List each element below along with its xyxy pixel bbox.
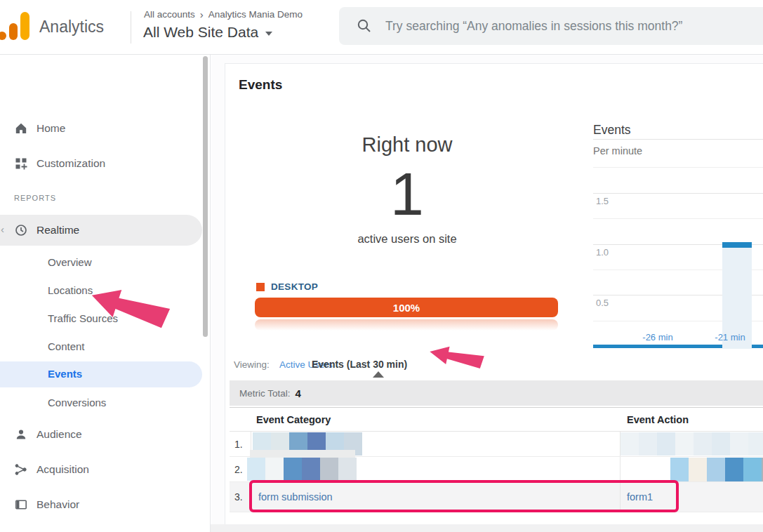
x-axis-tick: -21 min (708, 332, 752, 343)
search-bar[interactable] (339, 7, 763, 45)
active-tab-pointer-icon (373, 371, 384, 378)
sidebar-item-content[interactable]: Content (48, 340, 85, 352)
device-percent: 100% (393, 302, 420, 314)
event-action-link[interactable]: form1 (627, 482, 653, 512)
redacted-pixelated-data (621, 432, 763, 455)
redacted-pixelated-data (247, 458, 357, 481)
google-analytics-logo-icon (0, 10, 32, 42)
active-users-count: 1 (239, 162, 576, 225)
column-header-event-action[interactable]: Event Action (627, 414, 689, 425)
right-now-widget: Right now 1 active users on site (239, 133, 576, 246)
tab-events-last-30-min[interactable]: Events (Last 30 min) (312, 359, 407, 370)
sidebar-item-realtime[interactable]: Realtime (0, 217, 211, 244)
sidebar-item-conversions-realtime[interactable]: Conversions (48, 397, 106, 408)
chart-title: Events (593, 123, 631, 138)
device-label: DESKTOP (271, 281, 318, 292)
metric-total-bar: Metric Total: 4 (230, 380, 763, 406)
sidebar-item-events[interactable]: Events (48, 368, 82, 380)
table-row: 3. form submission form1 (230, 482, 763, 512)
minute-bar-value-cap (722, 242, 752, 248)
view-selector-label: All Web Site Data (143, 24, 258, 41)
sidebar-item-label: Audience (37, 428, 82, 441)
sidebar-item-label: Customization (37, 157, 105, 170)
metric-total-label: Metric Total: (239, 388, 291, 399)
bar-reflection (255, 319, 558, 331)
row-number: 3. (230, 482, 251, 512)
sidebar-item-overview[interactable]: Overview (48, 256, 92, 268)
chart-subtitle: Per minute (593, 145, 642, 157)
sidebar-item-conversions[interactable]: Conversions (0, 526, 211, 532)
search-icon (356, 18, 373, 34)
column-divider (620, 482, 621, 512)
gridline (593, 218, 763, 219)
breadcrumb-property[interactable]: Analytics Mania Demo (208, 9, 303, 20)
sidebar-nav: Home Customization REPORTS ‹ Realtime Ov… (0, 55, 211, 532)
behavior-icon (14, 498, 28, 512)
home-icon (14, 121, 28, 135)
sidebar-item-label: Behavior (37, 498, 79, 511)
sidebar-item-audience[interactable]: Audience (0, 421, 211, 448)
y-axis-tick: 1.0 (596, 247, 609, 258)
breadcrumb-account-level[interactable]: All accounts (144, 9, 195, 20)
sidebar-item-traffic-sources[interactable]: Traffic Sources (48, 312, 118, 324)
viewing-label: Viewing: (234, 359, 270, 370)
desktop-legend-swatch-icon (256, 283, 265, 291)
sidebar-item-label: Realtime (37, 224, 79, 237)
brand-title: Analytics (39, 18, 104, 36)
sidebar-item-customization[interactable]: Customization (0, 150, 211, 177)
chart-title-rule (593, 139, 763, 140)
gridline (593, 193, 763, 194)
page-title: Events (239, 77, 282, 93)
event-category-link[interactable]: form submission (258, 482, 333, 512)
acquisition-icon (14, 463, 28, 477)
breadcrumb-chevron-icon (200, 8, 204, 20)
gridline (593, 167, 763, 168)
row-number: 1. (230, 432, 251, 456)
customization-icon (14, 157, 28, 171)
sidebar-item-label: Acquisition (37, 463, 89, 476)
sidebar-item-acquisition[interactable]: Acquisition (0, 456, 211, 483)
sidebar-item-label: Home (37, 122, 65, 135)
table-header-row: Event Category Event Action (230, 407, 763, 432)
right-now-heading: Right now (239, 133, 576, 157)
breadcrumb: All accounts Analytics Mania Demo (144, 8, 303, 20)
header-divider (131, 11, 131, 44)
desktop-perc分t-bar: 100% (255, 298, 558, 317)
column-header-event-category[interactable]: Event Category (256, 414, 331, 425)
y-axis-tick: 0.5 (596, 298, 609, 308)
footer-band (211, 524, 763, 532)
sidebar-item-events-highlight (0, 361, 202, 387)
chevron-down-icon (265, 32, 272, 36)
sidebar-scrollbar[interactable] (203, 56, 208, 337)
sidebar-item-home[interactable]: Home (0, 115, 211, 142)
y-axis-tick: 1.5 (596, 196, 609, 206)
column-divider (620, 457, 621, 481)
clock-icon (14, 223, 28, 237)
device-legend: DESKTOP (256, 281, 318, 292)
active-users-caption: active users on site (239, 232, 576, 246)
sidebar-item-behavior[interactable]: Behavior (0, 491, 211, 518)
x-axis-tick: -26 min (636, 332, 679, 343)
search-input[interactable] (385, 19, 750, 34)
metric-total-value: 4 (296, 387, 301, 399)
redacted-pixelated-data (670, 458, 763, 481)
app-header: Analytics All accounts Analytics Mania D… (0, 0, 763, 55)
sidebar-section-reports: REPORTS (14, 194, 56, 202)
sidebar-item-locations[interactable]: Locations (48, 284, 93, 296)
person-icon (14, 427, 28, 441)
view-selector[interactable]: All Web Site Data (143, 24, 272, 41)
